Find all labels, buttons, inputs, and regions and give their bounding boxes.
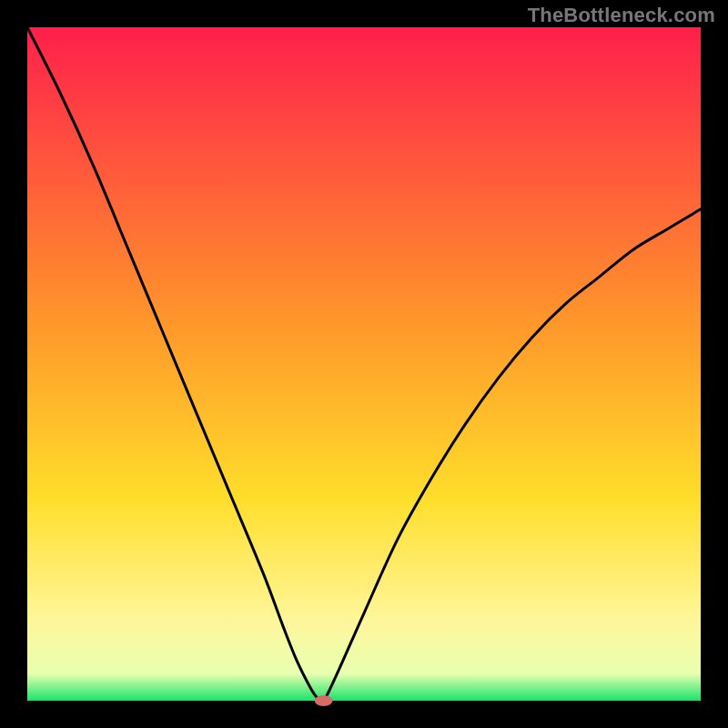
chart-frame: TheBottleneck.com — [0, 0, 728, 728]
minimum-marker — [315, 695, 333, 706]
plot-area — [27, 27, 701, 701]
watermark-label: TheBottleneck.com — [528, 4, 715, 27]
bottleneck-chart — [0, 0, 728, 728]
